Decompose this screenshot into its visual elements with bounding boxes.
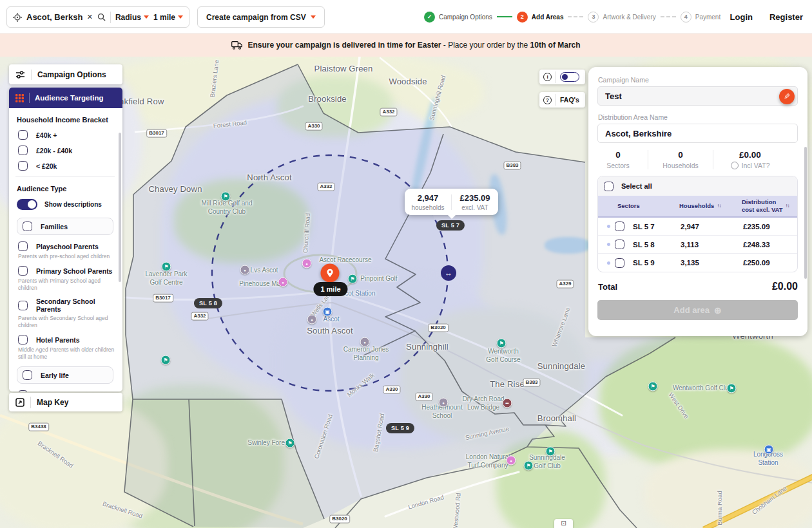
sector-checkbox[interactable] (615, 222, 624, 231)
road-shield: A330 (383, 386, 400, 394)
sector-checkbox[interactable] (615, 258, 624, 268)
stepper-step-number: ✓ (424, 12, 435, 23)
search-input[interactable]: Ascot, Berkshire (26, 12, 82, 22)
map-zoom-control-partial[interactable]: ⊡ (554, 519, 573, 528)
stepper-step-artwork-delivery[interactable]: 3Artwork & Delivery (588, 12, 655, 23)
radius-dropdown[interactable]: Radius (115, 13, 149, 22)
pink-marker-icon: ● (302, 259, 312, 269)
divider (110, 12, 111, 23)
audience-item[interactable]: Hotel ParentsMiddle Aged Parents with ol… (17, 335, 115, 361)
radius-value-dropdown[interactable]: 1 mile (153, 13, 183, 22)
sliders-icon (15, 71, 25, 79)
select-all-checkbox[interactable] (604, 182, 614, 191)
faq-button[interactable]: ? FAQ's (539, 92, 585, 108)
sector-cost: £250.09 (743, 259, 797, 267)
stepper-step-number: 3 (588, 12, 599, 23)
incl-vat-radio[interactable] (731, 162, 739, 169)
add-area-button[interactable]: Add area ⊕ (597, 300, 798, 320)
login-link[interactable]: Login (730, 12, 753, 22)
promo-banner: Ensure your campaign is delivered in tim… (0, 33, 812, 57)
campaign-options-button[interactable]: Campaign Options (9, 64, 122, 84)
golf-marker-icon: ⚑ (727, 384, 737, 393)
audience-group-checkbox[interactable] (23, 222, 32, 231)
households-count: 0 (657, 150, 704, 160)
search-icon[interactable] (97, 13, 106, 21)
income-checkbox[interactable] (18, 146, 28, 155)
vat-row: Incl VAT? (722, 162, 778, 169)
radius-dropdown-label: Radius (115, 13, 141, 22)
sidebar-scrollbar[interactable] (119, 133, 121, 282)
stepper-step-campaign-options[interactable]: ✓Campaign Options (424, 12, 492, 23)
stepper-step-label: Campaign Options (439, 14, 492, 21)
audience-item[interactable]: FledglingsYoung adults still living in t… (17, 390, 115, 391)
audience-group-row[interactable]: Families (17, 218, 113, 235)
audience-group-label: Early life (41, 372, 69, 379)
stepper-step-add-areas[interactable]: 2Add Areas (517, 12, 564, 23)
radius-drag-handle[interactable]: ↔ (441, 265, 456, 281)
audience-targeting-header[interactable]: Audience Targeting (9, 88, 122, 108)
income-option-row[interactable]: £40k + (18, 130, 115, 140)
income-checkbox[interactable] (18, 130, 28, 140)
audience-item-row[interactable]: Hotel Parents (18, 335, 115, 344)
table-row[interactable]: SL 5 72,947£235.09 (598, 218, 797, 236)
create-campaign-csv-button[interactable]: Create campaign from CSV (197, 6, 325, 28)
map-key-button[interactable]: Map Key (9, 393, 122, 411)
audience-item[interactable]: Playschool ParentsParents with pre-schoo… (17, 241, 115, 260)
audience-item-checkbox[interactable] (18, 266, 28, 276)
stepper-step-label: Artwork & Delivery (603, 14, 655, 21)
audience-item-checkbox[interactable] (18, 301, 28, 310)
map-toggle-card: i (539, 70, 585, 84)
table-row[interactable]: SL 5 83,113£248.33 (598, 236, 797, 254)
add-area-label: Add area (673, 305, 710, 315)
audience-item[interactable]: Secondary School ParentsParents with Sec… (17, 297, 115, 329)
map-layer-toggle[interactable] (560, 72, 579, 82)
golf-marker-icon: ⚑ (162, 262, 171, 272)
audience-group-checkbox[interactable] (23, 370, 32, 380)
audience-item-row[interactable]: Primary School Parents (18, 266, 115, 276)
golf-marker-icon: ⚑ (546, 447, 556, 457)
sort-households-icon[interactable]: ↑↓ (717, 203, 720, 209)
audience-item-checkbox[interactable] (18, 390, 28, 391)
location-search-box[interactable]: Ascot, Berkshire ✕ Radius 1 mile (6, 6, 189, 28)
gray-marker-icon: ● (360, 337, 370, 347)
audience-item-checkbox[interactable] (18, 335, 28, 344)
chevron-down-icon (311, 15, 316, 19)
clear-search-icon[interactable]: ✕ (87, 13, 93, 21)
cost-value: £0.00 (722, 150, 778, 160)
tooltip-households-label: households (405, 204, 451, 211)
map-key-label: Map Key (37, 398, 68, 407)
delivery-truck-icon (231, 41, 242, 50)
banner-normal-text: - Place your order by the (443, 41, 528, 50)
map-center-pin[interactable] (321, 264, 340, 283)
audience-item[interactable]: Primary School ParentsParents with Prima… (17, 266, 115, 292)
stat-households: 0 Households (657, 150, 704, 169)
table-header-row: Sectors Households ↑↓ Distribution cost … (598, 196, 797, 218)
register-link[interactable]: Register (769, 12, 803, 22)
select-all-row[interactable]: Select all (598, 176, 797, 196)
stepper-step-payment[interactable]: 4Payment (681, 12, 720, 23)
sector-dot (607, 261, 610, 265)
select-all-label: Select all (621, 182, 652, 190)
golf-marker-icon: ⚑ (221, 192, 231, 202)
audience-item-label: Hotel Parents (36, 336, 80, 344)
road-shield: B383 (523, 379, 540, 387)
panel-scrollbar[interactable] (804, 147, 807, 279)
audience-item-label: Playschool Parents (36, 243, 99, 250)
income-option-row[interactable]: < £20k (18, 161, 115, 171)
sort-cost-icon[interactable]: ↑↓ (786, 203, 789, 209)
table-row[interactable]: SL 5 93,135£250.09 (598, 254, 797, 272)
edit-campaign-name-button[interactable]: ✎ (779, 89, 795, 104)
audience-item-checkbox[interactable] (18, 241, 28, 251)
radius-distance-pill: 1 mile (313, 282, 347, 296)
audience-item-row[interactable]: Playschool Parents (18, 241, 115, 251)
audience-item-row[interactable]: Secondary School Parents (18, 297, 115, 313)
show-descriptions-toggle[interactable] (17, 199, 37, 210)
audience-item-row[interactable]: Fledglings (18, 390, 115, 391)
audience-group-row[interactable]: Early life (17, 366, 113, 384)
income-checkbox[interactable] (18, 161, 28, 171)
sector-checkbox[interactable] (615, 240, 624, 249)
distribution-area-field[interactable]: Ascot, Berkshire (597, 124, 798, 143)
campaign-name-field[interactable]: Test ✎ (597, 86, 798, 106)
income-option-row[interactable]: £20k - £40k (18, 146, 115, 155)
audience-item-description: Parents with pre-school aged children (18, 253, 115, 260)
